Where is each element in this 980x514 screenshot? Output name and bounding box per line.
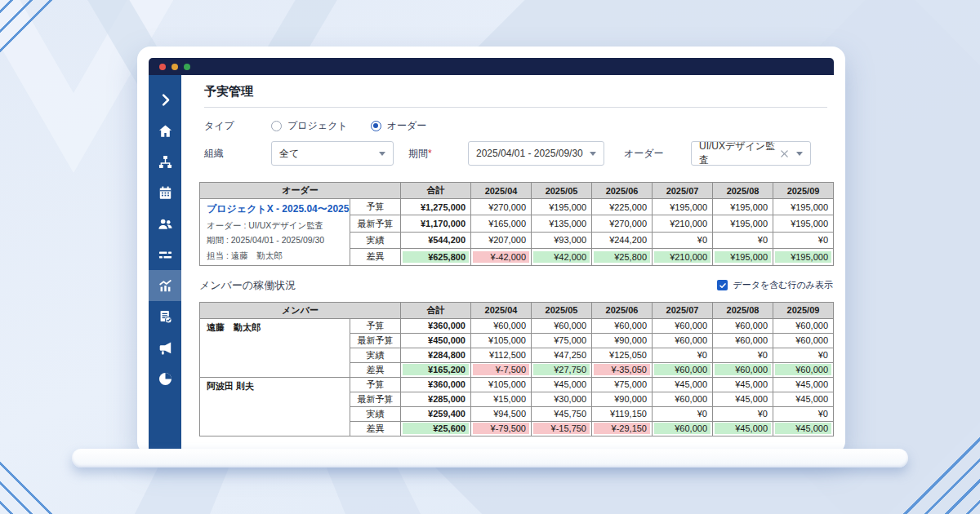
column-header: 2025/07: [653, 302, 713, 318]
value-cell: ¥165,200: [401, 362, 471, 377]
sidebar-item-calendar[interactable]: [149, 177, 181, 208]
value-cell: ¥284,800: [401, 348, 471, 362]
column-header: 2025/06: [592, 183, 653, 199]
diff-value: ¥60,000: [654, 423, 710, 434]
value-cell: ¥47,250: [532, 348, 592, 362]
report-check-icon: [158, 309, 173, 325]
value-cell: ¥195,000: [532, 199, 592, 215]
value-cell: ¥165,000: [471, 215, 532, 232]
value-cell: ¥94,500: [471, 406, 532, 421]
value-cell: ¥135,000: [532, 215, 592, 232]
diff-value: ¥45,000: [715, 423, 771, 434]
value-cell: ¥15,000: [471, 392, 532, 406]
rows-with-data-filter[interactable]: データを含む行のみ表示: [717, 279, 833, 291]
sidebar-item-chevron-right[interactable]: [149, 84, 181, 115]
diff-value: ¥42,000: [533, 251, 590, 263]
radio-order-icon[interactable]: [371, 121, 381, 131]
period-select[interactable]: 2025/04/01 - 2025/09/30: [468, 141, 604, 166]
diff-value: ¥625,800: [403, 251, 469, 263]
table-row: 阿波田 則夫予算¥360,000¥105,000¥45,000¥75,000¥4…: [200, 377, 834, 392]
row-label: 実績: [350, 406, 401, 421]
maximize-window-dot[interactable]: [184, 64, 190, 70]
sidebar-item-users[interactable]: [149, 208, 181, 239]
value-cell: ¥270,000: [471, 199, 532, 215]
order-select[interactable]: UI/UXデザイン監査: [691, 141, 811, 166]
column-header: 2025/07: [653, 183, 713, 199]
close-window-dot[interactable]: [159, 64, 166, 70]
page-title: 予実管理: [204, 83, 834, 100]
value-cell: ¥-42,000: [471, 249, 532, 265]
value-cell: ¥-79,500: [471, 421, 532, 436]
value-cell: ¥105,000: [471, 333, 532, 348]
clear-selection-icon[interactable]: [780, 149, 789, 158]
order-column-header: オーダー: [200, 183, 401, 199]
radio-option-project[interactable]: プロジェクト: [271, 119, 348, 133]
table-row: プロジェクトX - 2025.04〜2025.09オーダー : UI/UXデザイ…: [200, 199, 834, 215]
value-cell: ¥25,800: [592, 249, 653, 265]
value-cell: ¥93,000: [532, 232, 592, 248]
value-cell: ¥450,000: [401, 333, 471, 348]
value-cell: ¥1,170,000: [401, 215, 471, 232]
value-cell: ¥259,400: [401, 406, 471, 421]
sidebar-item-pie-chart[interactable]: [149, 363, 181, 394]
sidebar-item-sitemap[interactable]: [149, 146, 181, 177]
value-cell: ¥45,000: [713, 377, 773, 392]
row-label: 差異: [350, 421, 401, 436]
value-cell: ¥0: [653, 348, 713, 362]
value-cell: ¥25,600: [401, 421, 471, 436]
minimize-window-dot[interactable]: [172, 64, 178, 70]
period-select-value: 2025/04/01 - 2025/09/30: [476, 148, 583, 159]
value-cell: ¥45,000: [773, 392, 834, 406]
member-column-header: メンバー: [200, 302, 401, 318]
diff-value: ¥-7,500: [473, 364, 529, 375]
value-cell: ¥0: [713, 232, 773, 248]
tasks-icon: [158, 247, 173, 263]
diff-value: ¥165,200: [403, 364, 469, 375]
home-icon: [158, 123, 173, 139]
project-link[interactable]: プロジェクトX - 2025.04〜2025.09: [207, 202, 343, 216]
value-cell: ¥60,000: [773, 362, 834, 377]
value-cell: ¥225,000: [592, 199, 653, 215]
value-cell: ¥195,000: [773, 199, 834, 215]
member-name-cell: 遠藤 勤太郎: [200, 318, 350, 377]
diff-value: ¥-42,000: [473, 251, 529, 263]
sidebar-item-megaphone[interactable]: [149, 332, 181, 363]
diff-value: ¥-79,500: [473, 423, 529, 434]
filter-row-type: タイプ プロジェクト オーダー: [204, 119, 834, 132]
value-cell: ¥244,200: [592, 232, 653, 248]
laptop-base: [72, 449, 908, 467]
value-cell: ¥30,000: [532, 392, 592, 406]
diff-value: ¥-15,750: [533, 423, 590, 434]
column-header: 2025/04: [471, 302, 532, 318]
value-cell: ¥112,500: [471, 348, 532, 362]
table-header-row: オーダー合計2025/042025/052025/062025/072025/0…: [200, 183, 834, 199]
org-select-value: 全て: [279, 147, 299, 161]
pie-chart-icon: [158, 371, 173, 387]
radio-project-label: プロジェクト: [287, 119, 348, 133]
org-select[interactable]: 全て: [271, 141, 394, 166]
value-cell: ¥-29,150: [592, 421, 653, 436]
value-cell: ¥195,000: [773, 249, 834, 265]
member-name-cell: 阿波田 則夫: [200, 377, 350, 436]
value-cell: ¥60,000: [713, 362, 773, 377]
diff-value: ¥60,000: [654, 364, 710, 375]
value-cell: ¥195,000: [713, 199, 773, 215]
members-section-header: メンバーの稼働状況 データを含む行のみ表示: [199, 278, 833, 293]
sidebar-item-tasks[interactable]: [149, 239, 181, 270]
radio-project-icon[interactable]: [271, 121, 282, 131]
value-cell: ¥207,000: [471, 232, 532, 248]
member-table: メンバー合計2025/042025/052025/062025/072025/0…: [199, 302, 834, 436]
chevron-right-icon: [158, 92, 173, 108]
value-cell: ¥0: [713, 406, 773, 421]
radio-option-order[interactable]: オーダー: [371, 119, 427, 133]
value-cell: ¥90,000: [592, 392, 653, 406]
column-header: 2025/09: [773, 183, 834, 199]
value-cell: ¥60,000: [653, 362, 713, 377]
table-header-row: メンバー合計2025/042025/052025/062025/072025/0…: [200, 302, 834, 318]
diff-value: ¥-29,150: [594, 423, 650, 434]
sidebar-item-analytics[interactable]: [149, 270, 181, 301]
sidebar-item-home[interactable]: [149, 115, 181, 146]
sidebar-item-report-check[interactable]: [149, 301, 181, 332]
checkbox-checked-icon[interactable]: [717, 280, 728, 290]
project-info-cell: プロジェクトX - 2025.04〜2025.09オーダー : UI/UXデザイ…: [200, 199, 350, 266]
